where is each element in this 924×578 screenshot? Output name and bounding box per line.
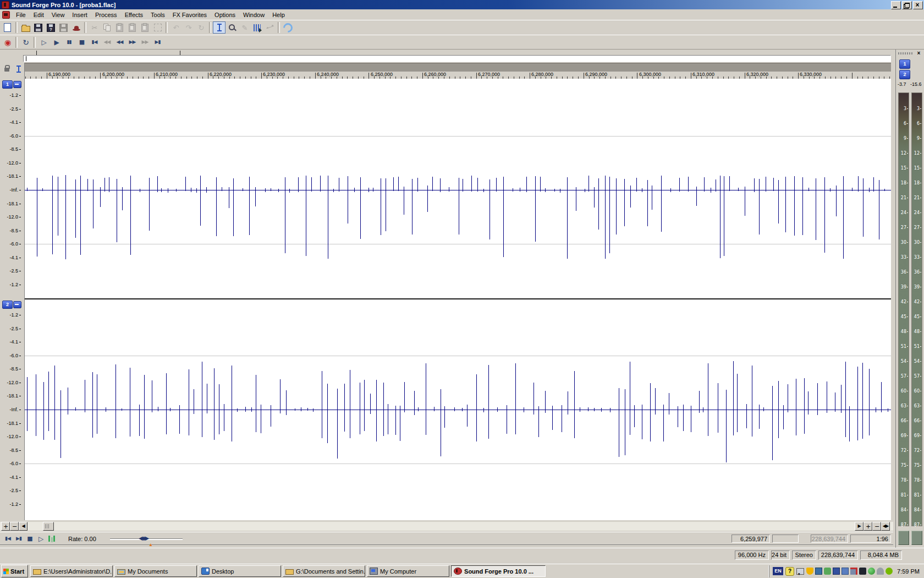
status-ball-icon[interactable] — [868, 568, 875, 575]
go-to-start-button[interactable]: ▮◀ — [88, 36, 101, 48]
start-button[interactable]: Start — [1, 565, 28, 577]
menu-item[interactable]: File — [12, 10, 30, 19]
channel-mode-cell[interactable]: Stereo — [792, 550, 816, 560]
open-file-button[interactable] — [19, 21, 32, 34]
meter-bar-right[interactable]: 3691215182124273033363942454851545760636… — [911, 92, 922, 526]
waveform-display[interactable] — [25, 79, 891, 520]
time-ruler-labels[interactable]: 6,190,0006,200,0006,210,0006,220,0006,23… — [25, 72, 891, 79]
marker-tick[interactable] — [180, 51, 180, 55]
language-indicator[interactable]: EN — [773, 567, 783, 575]
menu-item[interactable]: FX Favorites — [169, 10, 211, 19]
restore-icon[interactable] — [902, 1, 912, 9]
network-places-icon[interactable] — [842, 568, 849, 575]
loop-playback-button[interactable]: ↻ — [19, 36, 32, 48]
sample-rate-cell[interactable]: 96,000 Hz — [735, 550, 769, 560]
marker-strip[interactable] — [0, 50, 893, 55]
document-icon[interactable] — [2, 11, 10, 19]
rewind-button[interactable]: ◀◀ — [113, 36, 126, 48]
edit-tool-mini-icon[interactable] — [15, 66, 22, 73]
display-icon[interactable] — [833, 568, 840, 575]
menu-item[interactable]: View — [48, 10, 69, 19]
menu-item[interactable]: Insert — [68, 10, 91, 19]
publish-button[interactable] — [70, 21, 82, 34]
taskbar-task[interactable]: Sound Forge Pro 10.0 ... — [451, 565, 546, 577]
edit-tool-button[interactable] — [213, 21, 226, 34]
pause-button[interactable]: ▮▮ — [63, 36, 75, 48]
panel-close-icon[interactable]: × — [915, 50, 922, 57]
scrub-handle-icon[interactable]: ◀◆▶ — [139, 535, 148, 541]
menu-item[interactable]: Edit — [30, 10, 48, 19]
go-to-end-button[interactable]: ▶▮ — [13, 533, 24, 544]
menu-item[interactable]: Process — [91, 10, 121, 19]
bit-depth-cell[interactable]: 24 bit — [771, 550, 790, 560]
security-shield-icon[interactable] — [806, 568, 813, 575]
menu-item[interactable]: Effects — [121, 10, 147, 19]
record-button[interactable]: ◉ — [1, 36, 14, 48]
selection-start-box[interactable] — [772, 535, 799, 543]
taskbar-task[interactable]: My Documents — [114, 565, 197, 577]
lock-icon[interactable] — [4, 68, 9, 72]
menu-item[interactable]: Help — [268, 10, 289, 19]
zoom-selection-button[interactable]: ◀▶ — [881, 522, 890, 531]
taskbar-task[interactable]: Desktop — [199, 565, 281, 577]
play-normal-button[interactable]: ▷ — [35, 533, 46, 544]
scrub-control-button[interactable] — [46, 533, 57, 544]
meter-channel-1-button[interactable]: 1 — [899, 59, 910, 69]
taskbar-task[interactable]: E:\Users\Administrator\D... — [30, 565, 113, 577]
stop-button[interactable]: ■ — [24, 533, 35, 544]
zoom-ratio-box[interactable]: 1:96 — [850, 535, 891, 543]
meter-bar-left[interactable]: 3691215182124273033363942454851545760636… — [898, 92, 909, 526]
overview-bar[interactable] — [23, 55, 891, 62]
wireless-icon[interactable] — [877, 568, 884, 575]
save-button[interactable] — [32, 21, 45, 34]
save-as-button[interactable] — [45, 21, 57, 34]
forward-button[interactable]: ▶▶ — [126, 36, 139, 48]
battery-icon[interactable] — [859, 568, 866, 575]
play-button[interactable]: ▶ — [50, 36, 63, 48]
updates-icon[interactable] — [824, 568, 831, 575]
scrollbar-thumb[interactable] — [43, 522, 54, 531]
network-error-icon[interactable] — [850, 568, 857, 575]
panel-grip-icon[interactable] — [898, 52, 914, 54]
marker-tick[interactable] — [36, 51, 37, 55]
nvidia-icon[interactable] — [886, 568, 893, 575]
trim-crop-button — [151, 21, 164, 34]
menu-item[interactable]: Tools — [147, 10, 169, 19]
menu-item[interactable]: Options — [211, 10, 239, 19]
zoom-in-button[interactable]: + — [1, 522, 10, 531]
magnify-tool-button[interactable] — [226, 21, 238, 34]
overview-cursor[interactable] — [26, 56, 26, 61]
help-balloon-icon[interactable]: ? — [785, 567, 794, 576]
whats-this-help-button[interactable] — [282, 21, 294, 34]
horizontal-scrollbar[interactable]: +−◀▶+−◀▶ — [0, 522, 893, 531]
taskbar-task[interactable]: My Computer — [367, 565, 449, 577]
meter-scale-label: 27 — [899, 225, 908, 230]
scrub-slider[interactable]: ◀◆▶ ▲ — [110, 538, 183, 540]
title-bar[interactable]: Sound Forge Pro 10.0 - [proba1.flac] — [0, 0, 924, 9]
menu-item[interactable]: Window — [239, 10, 268, 19]
scroll-left-button[interactable]: ◀ — [19, 522, 28, 531]
play-all-button[interactable]: ▷ — [37, 36, 50, 48]
minimize-icon[interactable] — [891, 1, 901, 9]
event-tool-button[interactable] — [251, 21, 263, 34]
cursor-position-box[interactable]: 6,259,977 — [732, 535, 770, 543]
window-switcher-icon[interactable] — [796, 568, 804, 575]
zoom-in-button[interactable]: + — [864, 522, 872, 531]
channel-2-badge[interactable]: 2 — [2, 301, 13, 309]
close-icon[interactable] — [913, 1, 923, 9]
selection-end-box[interactable]: 228,639,744 — [811, 535, 848, 543]
clock[interactable]: 7:59 PM — [895, 568, 923, 575]
new-file-button[interactable] — [1, 21, 14, 34]
stop-button[interactable]: ■ — [75, 36, 88, 48]
network-monitor-icon[interactable] — [815, 568, 822, 575]
meter-channel-2-button[interactable]: 2 — [899, 70, 910, 79]
channel-2-minimize-icon[interactable] — [13, 301, 21, 308]
zoom-out-button[interactable]: − — [872, 522, 881, 531]
go-to-start-button[interactable]: ▮◀ — [2, 533, 13, 544]
zoom-out-button[interactable]: − — [10, 522, 19, 531]
channel-1-minimize-icon[interactable] — [13, 81, 21, 88]
go-to-end-button[interactable]: ▶▮ — [151, 36, 164, 48]
scroll-right-button[interactable]: ▶ — [855, 522, 864, 531]
taskbar-task[interactable]: G:\Documents and Settin... — [283, 565, 365, 577]
channel-1-badge[interactable]: 1 — [2, 80, 13, 89]
